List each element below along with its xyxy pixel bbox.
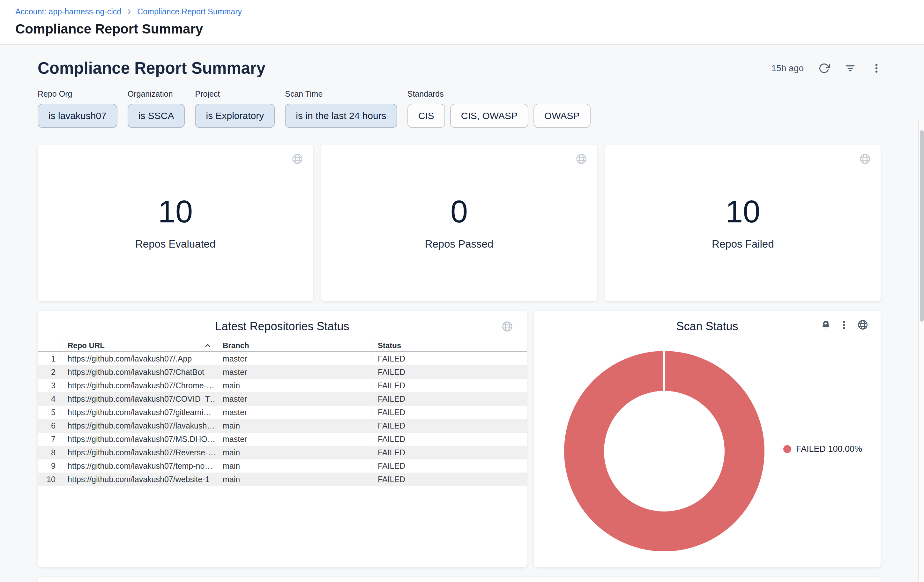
column-header-repo-url[interactable]: Repo URL xyxy=(61,340,216,351)
stat-tiles-row: 10 Repos Evaluated 0 Repos Passed 10 Rep… xyxy=(38,145,881,301)
kebab-menu-icon xyxy=(839,320,849,330)
tile-repos-failed: 10 Repos Failed xyxy=(605,145,881,301)
scan-status-panel: Scan Status xyxy=(534,311,881,567)
table-row: 1 https://github.com/lavakush07/.App mas… xyxy=(38,352,527,366)
status-cell: FAILED xyxy=(371,352,527,365)
chevron-right-icon xyxy=(126,8,133,15)
branch-cell: master xyxy=(216,392,371,406)
status-cell: FAILED xyxy=(371,446,527,459)
column-header-branch[interactable]: Branch xyxy=(216,340,371,351)
bell-plus-icon xyxy=(821,320,831,330)
table-row: 7 https://github.com/lavakush07/MS.DHO… … xyxy=(38,433,527,446)
branch-cell: master xyxy=(216,406,371,419)
alert-button[interactable] xyxy=(821,320,831,330)
tile-repos-evaluated: 10 Repos Evaluated xyxy=(38,145,313,301)
repo-url-cell: https://github.com/lavakush07/Chrome-… xyxy=(61,379,216,392)
refresh-button[interactable] xyxy=(818,63,830,74)
globe-icon xyxy=(575,153,587,165)
filter-group-standards: Standards CIS CIS, OWASP OWASP xyxy=(408,89,591,128)
status-cell: FAILED xyxy=(371,433,527,446)
table-row: 5 https://github.com/lavakush07/gitlearn… xyxy=(38,406,527,419)
branch-cell: main xyxy=(216,446,371,459)
donut-chart-failed-slice[interactable] xyxy=(564,351,764,551)
branch-cell: main xyxy=(216,473,371,486)
row-index: 7 xyxy=(38,433,61,446)
donut-slice-divider xyxy=(663,351,665,392)
tile-label: Repos Passed xyxy=(425,238,493,250)
status-cell: FAILED xyxy=(371,473,527,486)
branch-cell: main xyxy=(216,460,371,473)
breadcrumb-current-link[interactable]: Compliance Report Summary xyxy=(137,7,242,16)
row-index: 4 xyxy=(38,392,61,406)
filter-chip-cis[interactable]: CIS xyxy=(408,104,445,128)
tile-value: 10 xyxy=(726,196,760,227)
breadcrumb-account-link[interactable]: Account: app-harness-ng-cicd xyxy=(15,7,121,16)
legend-label: FAILED 100.00% xyxy=(796,444,862,454)
dashboard-title: Compliance Report Summary xyxy=(38,59,266,77)
repo-url-cell: https://github.com/lavakush07/lavakush… xyxy=(61,419,216,432)
table-row: 10 https://github.com/lavakush07/website… xyxy=(38,473,527,486)
last-refresh-time: 15h ago xyxy=(772,63,804,73)
filter-chip-cis-owasp[interactable]: CIS, OWASP xyxy=(450,104,528,128)
filter-chip-repo-org[interactable]: is lavakush07 xyxy=(38,104,117,128)
status-cell: FAILED xyxy=(371,392,527,406)
row-index: 1 xyxy=(38,352,61,365)
table-panel-title: Latest Repositories Status xyxy=(38,320,527,333)
filter-group-project: Project is Exploratory xyxy=(195,89,275,128)
globe-icon xyxy=(857,319,868,331)
filter-group-scan-time: Scan Time is in the last 24 hours xyxy=(285,89,397,128)
tile-more-button[interactable] xyxy=(839,320,849,330)
column-header-status[interactable]: Status xyxy=(371,340,527,351)
row-index: 10 xyxy=(38,473,61,486)
globe-icon xyxy=(859,153,871,165)
table-row: 3 https://github.com/lavakush07/Chrome-…… xyxy=(38,379,527,392)
tile-repos-passed: 0 Repos Passed xyxy=(321,145,597,301)
sort-ascending-icon xyxy=(203,341,212,350)
filter-chip-organization[interactable]: is SSCA xyxy=(128,104,185,128)
breadcrumb: Account: app-harness-ng-cicd Compliance … xyxy=(15,7,924,16)
row-index: 5 xyxy=(38,406,61,419)
dashboard-more-button[interactable] xyxy=(871,63,882,74)
status-cell: FAILED xyxy=(371,406,527,419)
status-cell: FAILED xyxy=(371,419,527,432)
branch-cell: master xyxy=(216,433,371,446)
column-header-label: Repo URL xyxy=(68,341,105,350)
tile-label: Repos Failed xyxy=(712,238,774,250)
filter-bar: Repo Org is lavakush07 Organization is S… xyxy=(38,89,882,128)
scrollbar-thumb[interactable] xyxy=(920,130,924,322)
filter-chip-owasp[interactable]: OWASP xyxy=(533,104,591,128)
table-row: 9 https://github.com/lavakush07/temp-no…… xyxy=(38,460,527,473)
filter-label: Organization xyxy=(128,89,185,99)
row-index: 9 xyxy=(38,460,61,473)
legend-dot xyxy=(783,445,791,453)
repo-url-cell: https://github.com/lavakush07/temp-no… xyxy=(61,460,216,473)
table-row: 4 https://github.com/lavakush07/COVID_T…… xyxy=(38,392,527,406)
vertical-scrollbar xyxy=(918,120,924,582)
filter-label: Repo Org xyxy=(38,89,117,99)
legend-item-failed[interactable]: FAILED 100.00% xyxy=(783,444,862,454)
row-index: 6 xyxy=(38,419,61,432)
branch-cell: main xyxy=(216,379,371,392)
filter-group-repo-org: Repo Org is lavakush07 xyxy=(38,89,117,128)
filter-chip-project[interactable]: is Exploratory xyxy=(195,104,275,128)
filter-chip-scan-time[interactable]: is in the last 24 hours xyxy=(285,104,397,128)
filter-label: Project xyxy=(195,89,275,99)
tile-value: 10 xyxy=(158,196,193,227)
tile-label: Repos Evaluated xyxy=(135,238,215,250)
page-title: Compliance Report Summary xyxy=(15,21,924,37)
app-header: Account: app-harness-ng-cicd Compliance … xyxy=(0,0,924,45)
filters-button[interactable] xyxy=(845,63,856,74)
dashboard-area: Compliance Report Summary 15h ago xyxy=(0,45,924,582)
repo-url-cell: https://github.com/lavakush07/.App xyxy=(61,352,216,365)
filter-icon xyxy=(845,63,856,74)
repo-status-table: Repo URL Branch Status 1 https://github.… xyxy=(38,340,527,486)
repo-url-cell: https://github.com/lavakush07/website-1 xyxy=(61,473,216,486)
filter-label: Standards xyxy=(408,89,591,99)
globe-icon xyxy=(291,153,304,165)
status-cell: FAILED xyxy=(371,366,527,379)
table-row: 6 https://github.com/lavakush07/lavakush… xyxy=(38,419,527,433)
table-row: 2 https://github.com/lavakush07/ChatBot … xyxy=(38,366,527,379)
table-header-row: Repo URL Branch Status xyxy=(38,340,527,352)
globe-icon xyxy=(501,320,513,333)
status-cell: FAILED xyxy=(371,379,527,392)
